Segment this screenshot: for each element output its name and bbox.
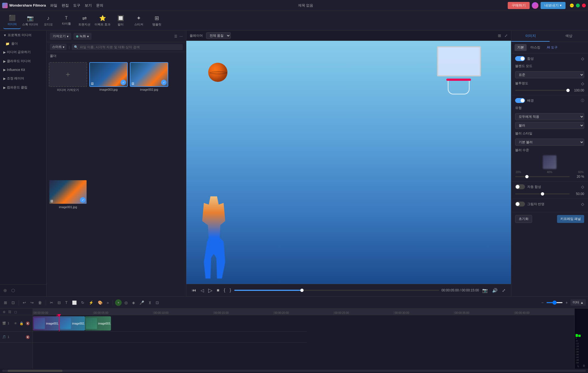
import-media-button[interactable]: 가져오기 ▾ <box>50 33 71 40</box>
reset-button[interactable]: 초기화 <box>515 215 532 223</box>
buy-button[interactable]: 구매하기 <box>508 2 530 9</box>
tab-image[interactable]: 이미지 <box>511 31 550 42</box>
sidebar-project-media[interactable]: ▼ 프로젝트 미디어 <box>0 31 46 40</box>
tab-color[interactable]: 색상 <box>550 31 588 42</box>
subtab-masking[interactable]: 마스킹 <box>528 44 543 51</box>
bg-type-select[interactable]: 모두에게 적용 <box>515 113 584 120</box>
text-button[interactable]: T <box>64 299 69 306</box>
toolbar-item-audio[interactable]: ♪ 오디오 <box>39 13 57 29</box>
sidebar-compound-clip[interactable]: ▶ 컴파운드 클립 <box>0 83 46 92</box>
export-button[interactable]: 내보내기 ▾ <box>541 2 566 9</box>
mark-out-button[interactable]: } <box>229 287 232 293</box>
play-back-button[interactable]: ◁ <box>199 287 205 294</box>
clip-image002[interactable]: image002.jpg <box>59 316 85 331</box>
clip-image003[interactable]: image003.jpg <box>85 316 111 331</box>
add-folder-button[interactable]: ⊕ <box>2 287 8 294</box>
avatar[interactable] <box>532 2 538 9</box>
composite-toggle[interactable] <box>515 56 525 61</box>
mark-in-button[interactable]: { <box>223 287 226 293</box>
toolbar-item-filter[interactable]: 🔲 필터 <box>112 13 129 29</box>
close-button[interactable]: × <box>582 4 586 7</box>
media-import-item[interactable]: + 미디어 가져오기 <box>49 62 87 177</box>
subtab-ai[interactable]: AI 도구 <box>544 44 560 51</box>
toolbar-item-stock[interactable]: 📷 스톡 미디어 <box>21 13 39 29</box>
fullscreen-ctrl-button[interactable]: ⤢ <box>501 287 507 294</box>
toolbar-item-title[interactable]: T 타이틀 <box>58 13 75 29</box>
record-button[interactable]: 녹화 ▾ <box>73 33 92 40</box>
menu-tools[interactable]: 도구 <box>73 3 80 8</box>
video-mute-button[interactable]: 🔇 <box>25 321 30 326</box>
snapshot-button[interactable]: 📷 <box>481 287 489 294</box>
menu-file[interactable]: 파일 <box>50 3 57 8</box>
subtab-basic[interactable]: 기본 <box>515 44 527 51</box>
zoom-in-button[interactable]: + <box>564 299 569 306</box>
opacity-slider[interactable] <box>515 90 570 91</box>
volume-button[interactable]: 🔊 <box>491 287 499 294</box>
add-track-button[interactable]: ⊕ <box>2 309 6 314</box>
blend-mode-select[interactable]: 표준 <box>515 71 584 78</box>
ae-slider[interactable] <box>515 193 570 194</box>
auto-enhance-toggle[interactable] <box>515 184 525 189</box>
minimize-button[interactable]: — <box>570 4 574 7</box>
scrollbar-thumb[interactable] <box>8 370 62 372</box>
sidebar-adjust-layer[interactable]: ▶ 조정 레이어 <box>0 74 46 83</box>
import-placeholder[interactable]: + <box>49 62 87 87</box>
zoom-slider[interactable] <box>546 302 563 303</box>
toolbar-item-template[interactable]: ⊞ 템플릿 <box>148 13 165 29</box>
blur-slider[interactable] <box>515 176 570 177</box>
motion-track-button[interactable]: ● <box>115 299 122 306</box>
filter-icon-btn[interactable]: ☰ <box>174 35 177 38</box>
menu-help[interactable]: 문의 <box>96 3 103 8</box>
audio-btn[interactable]: 🎤 <box>138 299 146 306</box>
play-button[interactable]: ▷ <box>207 286 213 294</box>
split-audio-button[interactable]: ⊻ <box>147 299 153 306</box>
media-item-001[interactable]: 🖼 ✓ image001.jpg <box>49 180 87 294</box>
timeline-scrollbar[interactable] <box>2 370 586 372</box>
grid-view-icon[interactable]: ⊞ <box>498 33 501 38</box>
audio-mute-button[interactable]: 🔇 <box>25 335 30 340</box>
sidebar-influence-kit[interactable]: ▶ Influence Kit <box>0 66 46 74</box>
rect-button[interactable]: ⬜ <box>70 299 78 306</box>
video-eye-button[interactable]: 👁 <box>13 321 18 326</box>
fullscreen-icon[interactable]: ⤢ <box>504 33 508 38</box>
subtitle-button[interactable]: ⊡ <box>154 299 161 306</box>
link-button[interactable]: ⛓ <box>8 309 12 314</box>
playhead[interactable]: ✂ <box>59 315 59 331</box>
toolbar-item-sticker[interactable]: ✦ 스티커 <box>130 13 147 29</box>
toolbar-item-effect[interactable]: ⭐ 이펙트 효과 <box>94 13 111 29</box>
quality-select[interactable]: 전체 품질 <box>206 32 231 39</box>
background-toggle[interactable] <box>515 98 525 103</box>
ai-btn-2[interactable]: ◈ <box>130 299 137 306</box>
menu-view[interactable]: 보기 <box>85 3 92 8</box>
menu-edit[interactable]: 편집 <box>62 3 69 8</box>
rotate-button[interactable]: ↻ <box>79 299 86 306</box>
video-lock-button[interactable]: 🔒 <box>19 321 24 326</box>
speed-button[interactable]: ⚡ <box>87 299 95 306</box>
sidebar-cloud-media[interactable]: ▶ 클라우드 미디어 <box>0 57 46 66</box>
crop-button[interactable]: ⊟ <box>56 299 62 306</box>
magnet-button[interactable]: ⊡ <box>10 299 16 306</box>
maximize-button[interactable]: □ <box>576 4 580 7</box>
timeline-tracks-area[interactable]: 00:00:00:00 00:00:05:00 00:00:10:00 00:0… <box>33 309 574 369</box>
scene-detect-button[interactable]: ⊞ <box>2 299 9 306</box>
clip-image001[interactable]: image001.jpg <box>33 316 59 331</box>
compound-button[interactable]: ◻ <box>14 309 18 314</box>
toolbar-item-transition[interactable]: ⇌ 트랜지션 <box>76 13 93 29</box>
step-back-button[interactable]: ⏮ <box>191 287 197 293</box>
more-options-icon[interactable]: ⋯ <box>179 35 183 38</box>
toolbar-item-media[interactable]: ⬛ 미디어 <box>3 13 21 29</box>
sidebar-item-folder[interactable]: 📁 폴더 <box>0 40 46 48</box>
search-input[interactable] <box>80 45 181 49</box>
zoom-out-button[interactable]: − <box>540 299 545 306</box>
delete-button[interactable]: 🗑 <box>36 299 44 306</box>
media-item-002[interactable]: 🖼 ✓ image002.jpg <box>130 62 168 177</box>
undo-button[interactable]: ↩ <box>21 299 28 306</box>
ai-btn-1[interactable]: ◎ <box>123 299 129 306</box>
blur-style-select[interactable]: 기본 블러 <box>515 139 584 146</box>
shadow-reflect-toggle[interactable] <box>515 202 525 206</box>
stop-button[interactable]: ■ <box>216 287 221 293</box>
cut-button[interactable]: ✂ <box>48 299 55 306</box>
import-button[interactable]: ⬡ <box>10 287 16 294</box>
color-button[interactable]: 🎨 <box>96 299 104 306</box>
progress-bar[interactable] <box>234 290 439 291</box>
